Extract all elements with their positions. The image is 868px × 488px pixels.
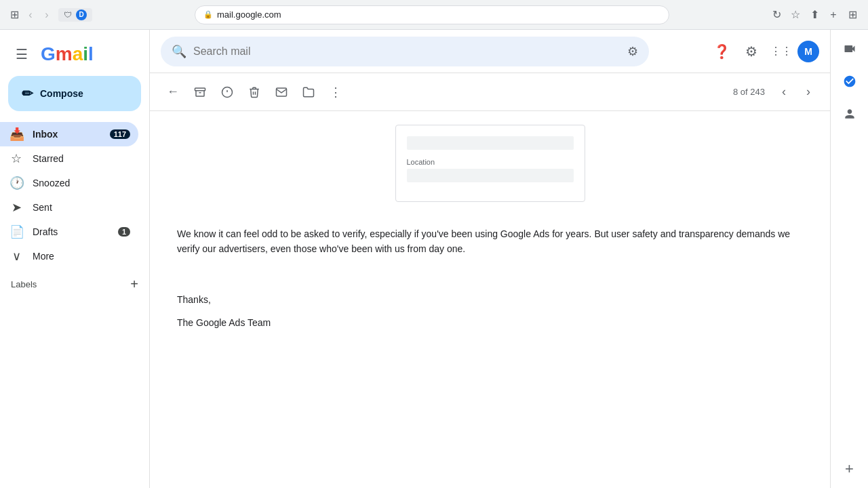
drafts-icon: 📄 [9, 224, 23, 239]
email-body: Location We know it can feel odd to be a… [150, 111, 830, 488]
main-area: 🔍 ⚙ ❓ ⚙ ⋮⋮ M ← [149, 30, 868, 488]
back-button[interactable]: ← [161, 80, 185, 104]
drafts-badge: 1 [118, 227, 130, 237]
search-input[interactable] [193, 45, 620, 58]
prev-email-button[interactable]: ‹ [773, 81, 795, 103]
header-right: ❓ ⚙ ⋮⋮ M [708, 38, 819, 65]
add-panel-button[interactable]: + [836, 455, 863, 483]
apps-icon[interactable]: ⋮⋮ [768, 38, 795, 65]
form-card-location-field: Location [407, 158, 574, 182]
form-card-location-input [407, 169, 574, 182]
form-card-top-field [407, 136, 574, 150]
sidebar: ☰ Gmail ✏ Compose 📥 Inbox 117 ☆ Starred … [0, 30, 149, 488]
bookmark-icon[interactable]: ☆ [788, 7, 803, 22]
gmail-header-sidebar: ☰ Gmail [0, 35, 149, 70]
email-text-section: We know it can feel odd to be asked to v… [177, 216, 803, 276]
snoozed-label: Snoozed [33, 178, 130, 188]
email-view: 🔍 ⚙ ❓ ⚙ ⋮⋮ M ← [149, 30, 830, 488]
more-options-button[interactable]: ⋮ [323, 80, 348, 104]
sidebar-item-inbox[interactable]: 📥 Inbox 117 [0, 122, 138, 146]
email-top-image: Location [177, 125, 803, 202]
sidebar-toggle-icon[interactable]: ⊞ [8, 9, 20, 21]
filter-icon[interactable]: ⚙ [627, 44, 638, 59]
pagination-text: 8 of 243 [733, 87, 765, 97]
gmail-logo-g: Gmail [41, 43, 94, 65]
extension-icon: D [76, 9, 87, 20]
svg-rect-0 [195, 88, 205, 91]
more-label: More [33, 251, 130, 262]
form-card-location-label: Location [407, 158, 574, 166]
next-email-button[interactable]: › [797, 81, 819, 103]
tasks-icon[interactable] [836, 68, 863, 95]
drafts-label: Drafts [33, 226, 108, 237]
sidebar-item-sent[interactable]: ➤ Sent [0, 195, 138, 220]
avatar[interactable]: M [797, 41, 819, 62]
url-text: mail.google.com [217, 9, 281, 20]
add-label-button[interactable]: + [130, 277, 138, 292]
help-icon[interactable]: ❓ [708, 38, 735, 65]
compose-button[interactable]: ✏ Compose [8, 76, 141, 111]
sent-icon: ➤ [9, 200, 23, 215]
sent-label: Sent [33, 202, 130, 213]
share-icon[interactable]: ⬆ [807, 7, 822, 22]
settings-icon[interactable]: ⚙ [738, 38, 765, 65]
forward-icon[interactable]: › [41, 9, 53, 21]
move-to-button[interactable] [296, 80, 321, 104]
gmail-search-header: 🔍 ⚙ ❓ ⚙ ⋮⋮ M [150, 30, 830, 73]
labels-section: Labels + [0, 268, 149, 295]
shield-icon: 🛡 [64, 10, 72, 20]
extensions-menu-icon[interactable]: ⊞ [845, 7, 860, 22]
compose-icon: ✏ [22, 85, 33, 102]
reload-icon[interactable]: ↻ [769, 7, 784, 22]
sidebar-item-snoozed[interactable]: 🕐 Snoozed [0, 171, 138, 195]
snoozed-icon: 🕐 [9, 176, 23, 190]
hamburger-menu[interactable]: ☰ [8, 41, 35, 68]
compose-label: Compose [40, 88, 83, 99]
archive-button[interactable] [188, 80, 212, 104]
search-bar[interactable]: 🔍 ⚙ [161, 37, 649, 66]
form-card: Location [395, 125, 585, 202]
back-icon[interactable]: ‹ [24, 9, 37, 21]
labels-title: Labels [11, 279, 37, 289]
contacts-icon[interactable] [836, 100, 863, 127]
thanks-line: Thanks, [177, 292, 803, 307]
email-content[interactable]: Location We know it can feel odd to be a… [150, 111, 830, 488]
email-toolbar: ← ⋮ 8 of 243 ‹ [150, 73, 830, 111]
spam-button[interactable] [215, 80, 239, 104]
meet-icon[interactable] [836, 35, 863, 62]
extensions-area: 🛡 D [58, 8, 92, 22]
address-bar[interactable]: 🔒 mail.google.com [195, 5, 669, 24]
more-expand-icon: ∨ [9, 249, 23, 264]
browser-actions: ↻ ☆ ⬆ + ⊞ [769, 7, 860, 22]
email-paragraph-1: We know it can feel odd to be asked to v… [177, 226, 803, 257]
search-icon: 🔍 [172, 44, 186, 59]
sender-name: The Google Ads Team [177, 315, 803, 330]
app: ☰ Gmail ✏ Compose 📥 Inbox 117 ☆ Starred … [0, 30, 868, 488]
browser-controls: ⊞ ‹ › [8, 9, 53, 21]
lock-icon: 🔒 [203, 10, 213, 19]
inbox-label: Inbox [33, 129, 100, 140]
email-signature: Thanks, The Google Ads Team [177, 292, 803, 331]
mark-unread-button[interactable] [269, 80, 294, 104]
sidebar-item-drafts[interactable]: 📄 Drafts 1 [0, 220, 138, 244]
right-panel: + [830, 30, 868, 488]
new-tab-icon[interactable]: + [826, 7, 841, 22]
sidebar-item-more[interactable]: ∨ More [0, 244, 138, 268]
inbox-badge: 117 [110, 129, 130, 139]
sidebar-item-starred[interactable]: ☆ Starred [0, 146, 138, 171]
starred-icon: ☆ [9, 151, 23, 166]
browser-bar: ⊞ ‹ › 🛡 D 🔒 mail.google.com ↻ ☆ ⬆ + ⊞ [0, 0, 868, 30]
gmail-logo: Gmail [41, 43, 94, 65]
form-card-top-input [407, 136, 574, 150]
starred-label: Starred [33, 153, 130, 164]
inbox-icon: 📥 [9, 127, 23, 142]
delete-button[interactable] [242, 80, 267, 104]
